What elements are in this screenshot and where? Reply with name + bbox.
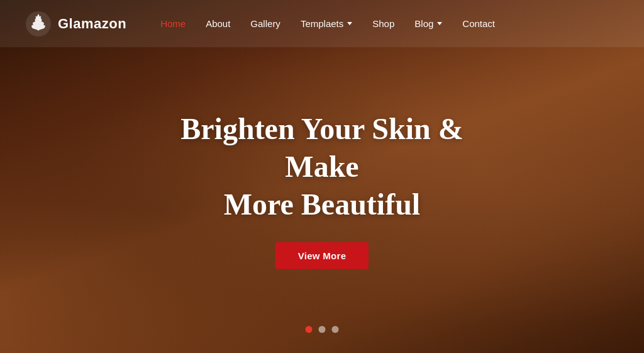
nav-item-gallery[interactable]: Gallery bbox=[242, 13, 289, 34]
nav-item-about[interactable]: About bbox=[197, 13, 239, 34]
chevron-down-icon bbox=[347, 22, 352, 25]
nav-link-shop[interactable]: Shop bbox=[364, 13, 403, 34]
nav-item-shop[interactable]: Shop bbox=[364, 13, 403, 34]
slider-dots bbox=[306, 326, 339, 333]
nav-item-blog[interactable]: Blog bbox=[406, 13, 451, 34]
cta-button[interactable]: View More bbox=[275, 242, 369, 269]
hero-section: Glamazon Home About Gallery Templaets Sh… bbox=[0, 0, 644, 353]
nav-link-contact[interactable]: Contact bbox=[453, 13, 504, 34]
nav-link-gallery[interactable]: Gallery bbox=[242, 13, 289, 34]
hero-content: Brighten Your Skin & Make More Beautiful… bbox=[161, 109, 483, 269]
brand-name: Glamazon bbox=[58, 16, 126, 32]
nav-item-templaets[interactable]: Templaets bbox=[292, 13, 361, 34]
nav-item-contact[interactable]: Contact bbox=[453, 13, 504, 34]
nav-link-about[interactable]: About bbox=[197, 13, 239, 34]
slider-dot-2[interactable] bbox=[319, 326, 326, 333]
nav-link-templaets[interactable]: Templaets bbox=[292, 13, 361, 34]
chevron-down-icon bbox=[437, 22, 442, 25]
logo[interactable]: Glamazon bbox=[25, 11, 126, 37]
nav-item-home[interactable]: Home bbox=[152, 13, 194, 34]
nav-link-home[interactable]: Home bbox=[152, 13, 194, 34]
logo-icon bbox=[25, 11, 52, 37]
navbar: Glamazon Home About Gallery Templaets Sh… bbox=[0, 0, 644, 47]
slider-dot-1[interactable] bbox=[306, 326, 313, 333]
slider-dot-3[interactable] bbox=[332, 326, 339, 333]
nav-links: Home About Gallery Templaets Shop Blog bbox=[152, 13, 504, 34]
hero-title: Brighten Your Skin & Make More Beautiful bbox=[161, 109, 483, 223]
nav-link-blog[interactable]: Blog bbox=[406, 13, 451, 34]
